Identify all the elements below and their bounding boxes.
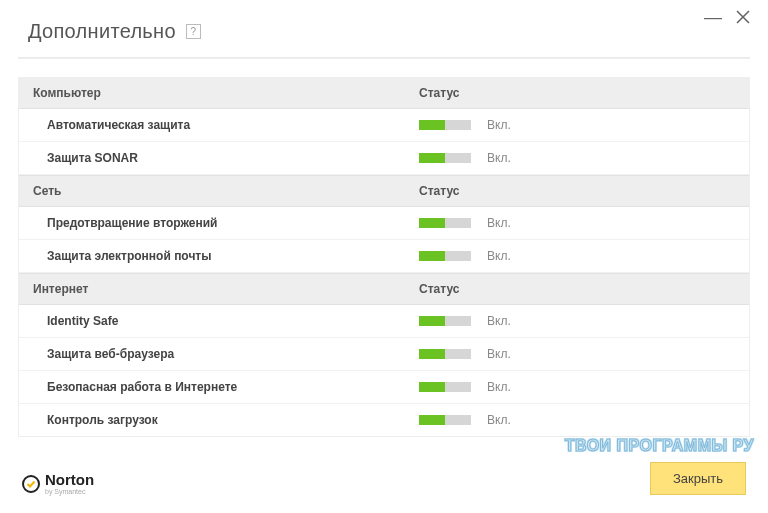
status-column-header: Статус bbox=[419, 78, 749, 108]
settings-row: Защита SONARВкл. bbox=[19, 142, 749, 175]
close-window-button[interactable] bbox=[736, 10, 750, 24]
setting-name[interactable]: Защита SONAR bbox=[19, 142, 419, 174]
setting-name[interactable]: Контроль загрузок bbox=[19, 404, 419, 436]
toggle-switch[interactable] bbox=[419, 316, 471, 326]
status-text: Вкл. bbox=[487, 118, 511, 132]
settings-row: Безопасная работа в ИнтернетеВкл. bbox=[19, 371, 749, 404]
toggle-knob bbox=[419, 251, 445, 261]
setting-name[interactable]: Защита электронной почты bbox=[19, 240, 419, 272]
setting-name[interactable]: Identity Safe bbox=[19, 305, 419, 337]
section-title: Интернет bbox=[19, 274, 419, 304]
toggle-knob bbox=[419, 153, 445, 163]
settings-row: Автоматическая защитаВкл. bbox=[19, 109, 749, 142]
settings-row: Защита веб-браузераВкл. bbox=[19, 338, 749, 371]
toggle-switch[interactable] bbox=[419, 415, 471, 425]
toggle-knob bbox=[419, 349, 445, 359]
toggle-switch[interactable] bbox=[419, 153, 471, 163]
toggle-knob bbox=[419, 382, 445, 392]
status-text: Вкл. bbox=[487, 249, 511, 263]
setting-name[interactable]: Безопасная работа в Интернете bbox=[19, 371, 419, 403]
status-text: Вкл. bbox=[487, 347, 511, 361]
help-icon[interactable]: ? bbox=[186, 24, 201, 39]
toggle-knob bbox=[419, 218, 445, 228]
toggle-knob bbox=[419, 120, 445, 130]
checkmark-icon bbox=[22, 475, 40, 493]
settings-row: Предотвращение вторженийВкл. bbox=[19, 207, 749, 240]
norton-logo: Norton by Symantec bbox=[22, 472, 94, 495]
status-text: Вкл. bbox=[487, 216, 511, 230]
status-text: Вкл. bbox=[487, 380, 511, 394]
close-button[interactable]: Закрыть bbox=[650, 462, 746, 495]
header-divider bbox=[18, 57, 750, 59]
section-title: Компьютер bbox=[19, 78, 419, 108]
settings-row: Контроль загрузокВкл. bbox=[19, 404, 749, 436]
settings-row: Identity SafeВкл. bbox=[19, 305, 749, 338]
setting-name[interactable]: Автоматическая защита bbox=[19, 109, 419, 141]
toggle-knob bbox=[419, 316, 445, 326]
toggle-switch[interactable] bbox=[419, 349, 471, 359]
setting-name[interactable]: Предотвращение вторжений bbox=[19, 207, 419, 239]
setting-name[interactable]: Защита веб-браузера bbox=[19, 338, 419, 370]
toggle-switch[interactable] bbox=[419, 120, 471, 130]
status-text: Вкл. bbox=[487, 151, 511, 165]
toggle-switch[interactable] bbox=[419, 251, 471, 261]
status-text: Вкл. bbox=[487, 413, 511, 427]
status-column-header: Статус bbox=[419, 176, 749, 206]
settings-table: КомпьютерСтатусАвтоматическая защитаВкл.… bbox=[18, 77, 750, 437]
toggle-switch[interactable] bbox=[419, 218, 471, 228]
logo-subtitle: by Symantec bbox=[45, 488, 94, 495]
section-title: Сеть bbox=[19, 176, 419, 206]
section-header: КомпьютерСтатус bbox=[19, 78, 749, 109]
toggle-knob bbox=[419, 415, 445, 425]
status-text: Вкл. bbox=[487, 314, 511, 328]
settings-row: Защита электронной почтыВкл. bbox=[19, 240, 749, 273]
logo-name: Norton bbox=[45, 472, 94, 487]
toggle-switch[interactable] bbox=[419, 382, 471, 392]
minimize-button[interactable]: — bbox=[704, 13, 722, 21]
status-column-header: Статус bbox=[419, 274, 749, 304]
section-header: ИнтернетСтатус bbox=[19, 273, 749, 305]
page-title: Дополнительно bbox=[28, 20, 176, 43]
section-header: СетьСтатус bbox=[19, 175, 749, 207]
